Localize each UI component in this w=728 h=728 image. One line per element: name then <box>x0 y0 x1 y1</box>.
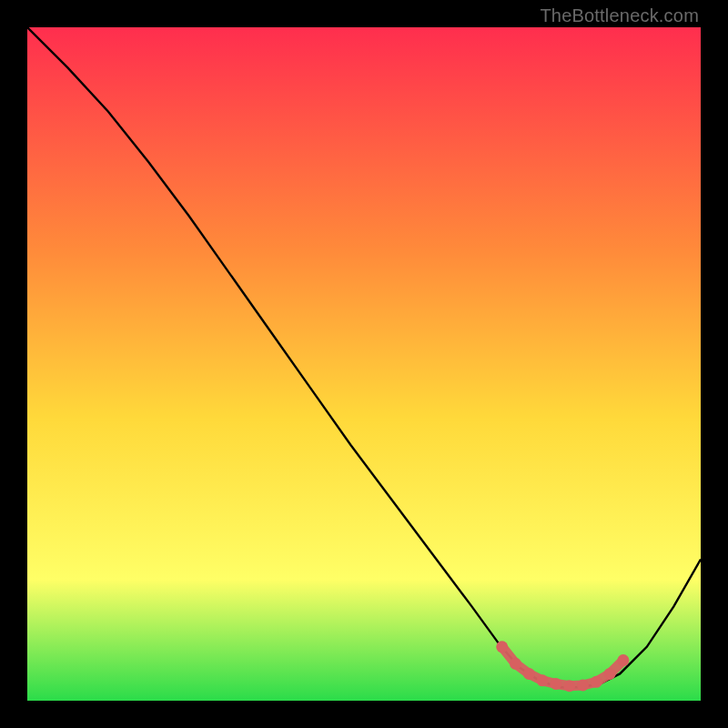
chart-frame <box>27 27 701 701</box>
optimal-zone-dot <box>563 680 575 692</box>
optimal-zone-dot <box>591 676 602 688</box>
optimal-zone-dot <box>577 680 589 692</box>
optimal-zone-dot <box>604 668 616 680</box>
bottleneck-plot <box>27 27 701 701</box>
optimal-zone-dot <box>550 678 561 690</box>
optimal-zone-dot <box>496 641 508 652</box>
optimal-zone-dot <box>523 668 535 680</box>
optimal-zone-dot <box>537 674 549 686</box>
gradient-background <box>27 27 701 701</box>
watermark-text: TheBottleneck.com <box>540 5 699 26</box>
optimal-zone-dot <box>617 654 629 666</box>
optimal-zone-dot <box>510 658 521 670</box>
